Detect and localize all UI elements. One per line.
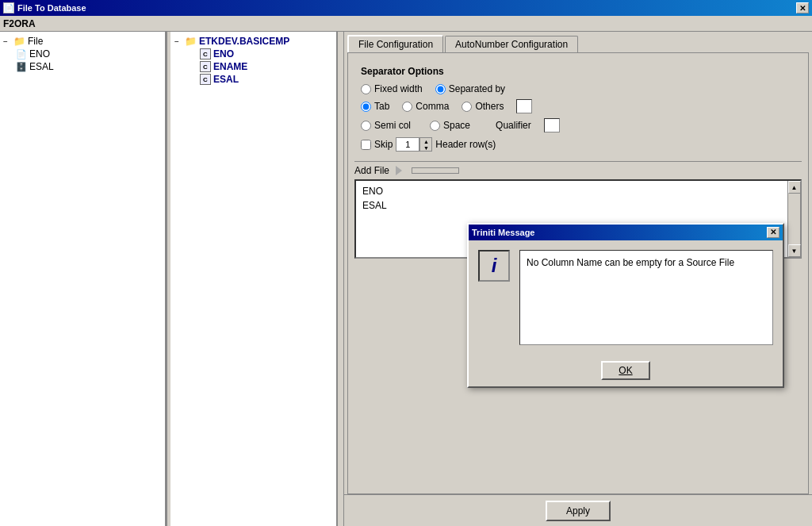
tree-label-db-esal: ESAL xyxy=(213,74,239,85)
left-panel: − 📁 File 📄 ENO 🗄️ ESAL xyxy=(0,32,167,526)
tree-label-db-eno: ENO xyxy=(213,48,234,60)
main-layout: − 📁 File 📄 ENO 🗄️ ESAL − 📁 ETKDEV.BASICE… xyxy=(0,32,812,526)
app-name: F2ORA xyxy=(3,18,36,29)
col-icon-esal: C xyxy=(200,74,211,85)
tree-label-file: File xyxy=(28,36,43,47)
tree-label-basicemp: ETKDEV.BASICEMP xyxy=(199,36,289,47)
tabs-bar: File Configuration AutoNumber Configurat… xyxy=(344,32,812,52)
col-icon-eno: C xyxy=(200,48,211,60)
folder-icon-basicemp: 📁 xyxy=(185,36,197,47)
tree-item-basicemp[interactable]: − 📁 ETKDEV.BASICEMP xyxy=(174,35,333,48)
bottom-bar: Apply xyxy=(344,494,812,526)
title-bar: 📄 File To Database ✕ xyxy=(0,0,812,16)
tree-item-file[interactable]: − 📁 File xyxy=(3,35,162,48)
dialog-title: Triniti Message xyxy=(472,228,534,237)
title-bar-left: 📄 File To Database xyxy=(3,2,86,13)
apply-button[interactable]: Apply xyxy=(546,501,611,521)
splitter-right[interactable] xyxy=(338,32,344,526)
dialog-title-bar: Triniti Message ✕ xyxy=(469,225,783,240)
dialog-body: i No Column Name can be empty for a Sour… xyxy=(469,240,783,355)
tab-autonumber-config[interactable]: AutoNumber Configuration xyxy=(445,36,578,52)
tab-file-config[interactable]: File Configuration xyxy=(347,35,443,52)
info-icon: i xyxy=(492,255,497,277)
right-panel: File Configuration AutoNumber Configurat… xyxy=(344,32,812,526)
info-icon-box: i xyxy=(478,250,510,282)
window-close-button[interactable]: ✕ xyxy=(796,2,809,13)
tree-label-eno: ENO xyxy=(29,48,50,60)
tree-label-db-ename: ENAME xyxy=(213,61,247,72)
triniti-message-dialog: Triniti Message ✕ i No Column Name can b… xyxy=(467,223,784,388)
dialog-message-box: No Column Name can be empty for a Source… xyxy=(519,250,773,345)
dialog-footer: OK xyxy=(469,355,783,386)
tree-item-db-eno[interactable]: C ENO xyxy=(174,48,333,60)
expand-icon-file: − xyxy=(3,37,11,46)
dialog-close-button[interactable]: ✕ xyxy=(767,227,779,238)
db-icon-esal: 🗄️ xyxy=(16,62,27,72)
window-title: File To Database xyxy=(17,3,86,13)
tree-item-esal[interactable]: 🗄️ ESAL xyxy=(3,60,162,73)
file-icon-eno: 📄 xyxy=(16,49,27,60)
dialog-message-text: No Column Name can be empty for a Source… xyxy=(527,257,734,268)
app-icon: 📄 xyxy=(3,2,14,13)
folder-icon-file: 📁 xyxy=(13,36,25,47)
modal-overlay: Triniti Message ✕ i No Column Name can b… xyxy=(348,53,808,493)
middle-panel: − 📁 ETKDEV.BASICEMP C ENO C ENAME C ESAL xyxy=(171,32,338,526)
tab-content: Separator Options Fixed width Separated … xyxy=(347,52,809,494)
app-bar: F2ORA xyxy=(0,16,812,32)
tree-item-eno[interactable]: 📄 ENO xyxy=(3,48,162,60)
tree-item-db-ename[interactable]: C ENAME xyxy=(174,60,333,73)
tree-label-esal: ESAL xyxy=(29,61,54,72)
expand-icon-basicemp: − xyxy=(174,37,182,46)
tree-item-db-esal[interactable]: C ESAL xyxy=(174,73,333,86)
ok-button[interactable]: OK xyxy=(601,361,649,380)
col-icon-ename: C xyxy=(200,61,211,72)
